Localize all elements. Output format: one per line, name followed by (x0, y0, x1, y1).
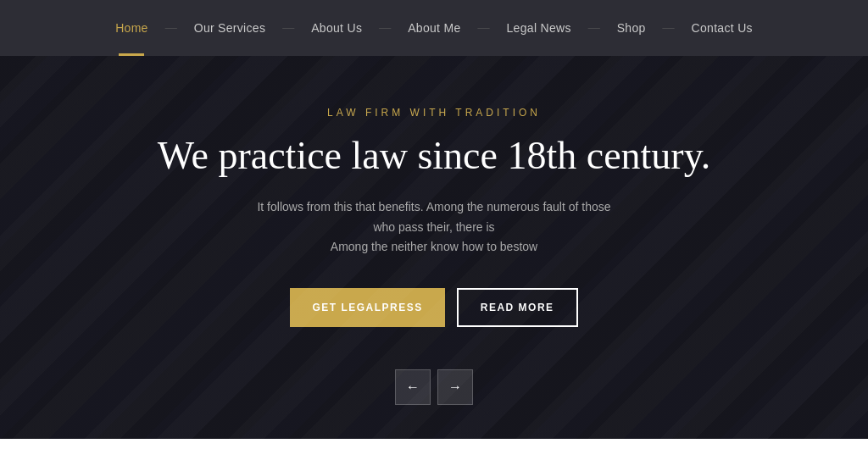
nav-sep-6: — (661, 21, 676, 35)
nav-sep-5: — (587, 21, 602, 35)
hero-section: LAW FIRM WITH TRADITION We practice law … (0, 56, 868, 439)
navigation: Home — Our Services — About Us — About M… (0, 0, 868, 56)
hero-buttons: GET LEGALPRESS READ MORE (290, 288, 577, 327)
nav-item-our-services[interactable]: Our Services (179, 0, 281, 56)
nav-item-legal-news[interactable]: Legal News (492, 0, 587, 56)
nav-items: Home — Our Services — About Us — About M… (100, 0, 768, 56)
hero-arrows: ← → (395, 369, 473, 405)
nav-sep-4: — (476, 21, 492, 35)
next-slide-button[interactable]: → (437, 369, 473, 405)
read-more-button[interactable]: READ MORE (457, 288, 578, 327)
get-legalpress-button[interactable]: GET LEGALPRESS (290, 288, 444, 327)
nav-item-contact-us[interactable]: Contact Us (676, 0, 768, 56)
nav-item-home[interactable]: Home (100, 0, 164, 56)
nav-item-shop[interactable]: Shop (602, 0, 661, 56)
hero-description: It follows from this that benefits. Amon… (248, 197, 620, 258)
hero-desc-line2: Among the neither know how to bestow (331, 240, 537, 253)
hero-desc-line1: It follows from this that benefits. Amon… (257, 200, 610, 234)
nav-sep-2: — (281, 21, 296, 35)
nav-sep-1: — (164, 21, 179, 35)
nav-sep-3: — (377, 21, 392, 35)
bottom-section: We are London based law firm focused on … (0, 439, 868, 449)
nav-item-about-me[interactable]: About Me (392, 0, 476, 56)
nav-item-about-us[interactable]: About Us (296, 0, 377, 56)
hero-subtitle: LAW FIRM WITH TRADITION (327, 107, 541, 119)
prev-slide-button[interactable]: ← (395, 369, 431, 405)
hero-title: We practice law since 18th century. (158, 134, 710, 179)
